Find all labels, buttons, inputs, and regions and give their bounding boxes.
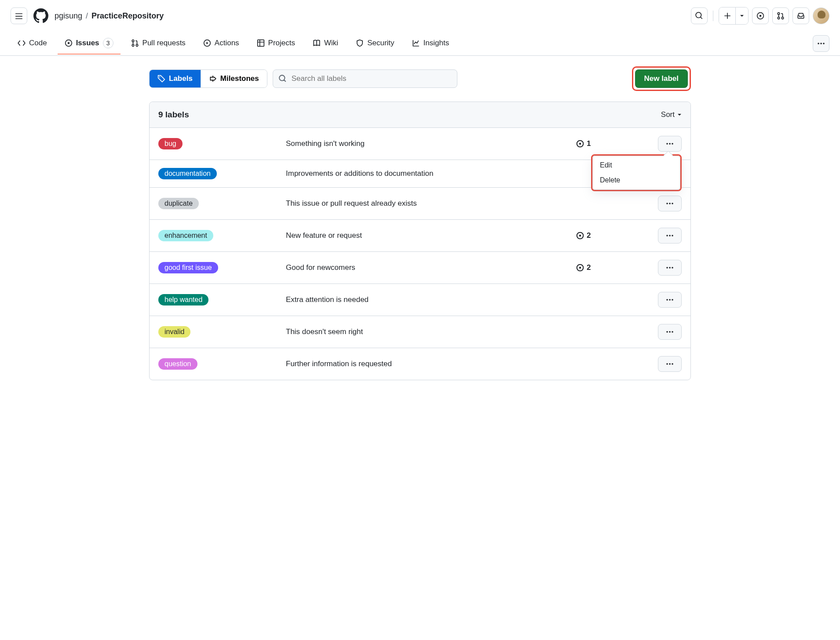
- label-kebab-button[interactable]: [658, 228, 682, 244]
- kebab-icon: [817, 43, 825, 44]
- tab-label: Projects: [268, 39, 295, 47]
- label-kebab-button[interactable]: [658, 356, 682, 372]
- tab-label: Code: [29, 39, 47, 47]
- label-tag[interactable]: question: [158, 358, 197, 370]
- label-kebab-button[interactable]: [658, 136, 682, 152]
- svg-point-35: [669, 299, 671, 301]
- svg-point-34: [666, 299, 668, 301]
- label-row: help wantedExtra attention is needed: [150, 284, 690, 316]
- label-open-count[interactable]: 2: [576, 231, 655, 240]
- label-actions: [655, 292, 682, 308]
- inbox-button[interactable]: [793, 7, 809, 24]
- tab-wiki[interactable]: Wiki: [306, 33, 345, 54]
- tab-code[interactable]: Code: [11, 33, 54, 54]
- svg-point-2: [778, 13, 780, 15]
- breadcrumb-repo[interactable]: PracticeRepository: [91, 11, 164, 21]
- svg-point-32: [669, 267, 671, 269]
- label-tag[interactable]: enhancement: [158, 230, 213, 241]
- breadcrumb-separator: /: [86, 11, 88, 21]
- dropdown-edit[interactable]: Edit: [593, 158, 680, 173]
- label-open-count[interactable]: 1: [576, 139, 655, 148]
- label-kebab-button[interactable]: [658, 292, 682, 308]
- svg-point-4: [782, 17, 784, 19]
- add-button[interactable]: [719, 7, 736, 24]
- label-description: Further information is requested: [286, 360, 576, 368]
- issues-global-button[interactable]: [752, 7, 769, 24]
- new-label-button[interactable]: New label: [635, 69, 688, 88]
- label-tag-col: enhancement: [158, 230, 286, 241]
- svg-point-28: [672, 235, 673, 236]
- label-description: Good for newcomers: [286, 263, 576, 272]
- label-description: This issue or pull request already exist…: [286, 199, 576, 208]
- labels-tab[interactable]: Labels: [150, 70, 201, 87]
- panel-title: 9 labels: [158, 110, 189, 120]
- tab-label: Security: [367, 39, 394, 47]
- caret-down-icon: [740, 14, 744, 18]
- tab-projects[interactable]: Projects: [250, 33, 302, 54]
- svg-point-13: [820, 43, 822, 44]
- label-actions: [655, 356, 682, 372]
- label-description: New feature or request: [286, 231, 576, 240]
- sort-button[interactable]: Sort: [661, 110, 682, 119]
- panel-header: 9 labels Sort: [150, 102, 690, 128]
- breadcrumb-owner[interactable]: pgisung: [55, 11, 82, 21]
- pulls-global-button[interactable]: [772, 7, 789, 24]
- book-icon: [313, 39, 321, 47]
- label-tag[interactable]: bug: [158, 138, 183, 149]
- label-tag[interactable]: good first issue: [158, 262, 218, 273]
- label-tag[interactable]: help wanted: [158, 294, 208, 305]
- label-row: questionFurther information is requested: [150, 348, 690, 380]
- milestones-tab[interactable]: Milestones: [201, 70, 267, 87]
- tab-label: Actions: [215, 39, 239, 47]
- search-input[interactable]: [273, 69, 457, 88]
- content: Labels Milestones New label 9 labels Sor…: [139, 56, 701, 391]
- github-icon: [33, 8, 48, 23]
- svg-point-20: [672, 143, 673, 145]
- tab-security[interactable]: Security: [349, 33, 401, 54]
- label-row: good first issueGood for newcomers2: [150, 252, 690, 284]
- search-button[interactable]: [691, 7, 708, 24]
- svg-rect-11: [257, 40, 264, 47]
- svg-point-19: [669, 143, 671, 145]
- labels-panel: 9 labels Sort bugSomething isn't working…: [149, 102, 691, 380]
- tab-actions[interactable]: Actions: [196, 33, 246, 54]
- tab-label: Insights: [424, 39, 449, 47]
- tab-label: Wiki: [324, 39, 338, 47]
- count-value: 1: [587, 139, 591, 148]
- milestone-icon: [209, 75, 217, 83]
- git-pull-request-icon: [777, 12, 785, 20]
- hamburger-button[interactable]: [11, 7, 27, 24]
- avatar[interactable]: [813, 7, 829, 24]
- tab-label: Pull requests: [142, 39, 186, 47]
- toolbar: Labels Milestones New label: [149, 66, 691, 91]
- label-row: bugSomething isn't working1EditDelete: [150, 128, 690, 160]
- repo-nav: Code Issues 3 Pull requests Actions Proj…: [0, 32, 840, 56]
- repo-nav-overflow[interactable]: [813, 35, 829, 52]
- tab-issues[interactable]: Issues 3: [58, 33, 121, 55]
- breadcrumb: pgisung / PracticeRepository: [55, 11, 164, 21]
- label-actions: [655, 260, 682, 276]
- svg-point-9: [136, 44, 138, 47]
- label-tag[interactable]: documentation: [158, 168, 217, 179]
- dropdown-delete[interactable]: Delete: [593, 173, 680, 188]
- label-tag-col: bug: [158, 138, 286, 149]
- label-kebab-button[interactable]: [658, 324, 682, 340]
- new-label-highlight: New label: [632, 66, 691, 91]
- add-dropdown[interactable]: [736, 7, 748, 24]
- svg-point-40: [666, 363, 668, 365]
- label-tag[interactable]: duplicate: [158, 198, 199, 209]
- svg-point-12: [818, 43, 819, 44]
- tab-insights[interactable]: Insights: [405, 33, 457, 54]
- label-tag[interactable]: invalid: [158, 326, 190, 338]
- tab-pulls[interactable]: Pull requests: [124, 33, 193, 54]
- graph-icon: [412, 39, 420, 47]
- github-logo[interactable]: [33, 7, 49, 24]
- label-actions: [655, 228, 682, 244]
- label-kebab-button[interactable]: [658, 196, 682, 211]
- issue-opened-icon: [576, 140, 584, 148]
- label-tag-col: question: [158, 358, 286, 370]
- caret-down-icon: [677, 113, 682, 117]
- svg-point-15: [159, 76, 160, 77]
- label-open-count[interactable]: 2: [576, 263, 655, 272]
- label-kebab-button[interactable]: [658, 260, 682, 276]
